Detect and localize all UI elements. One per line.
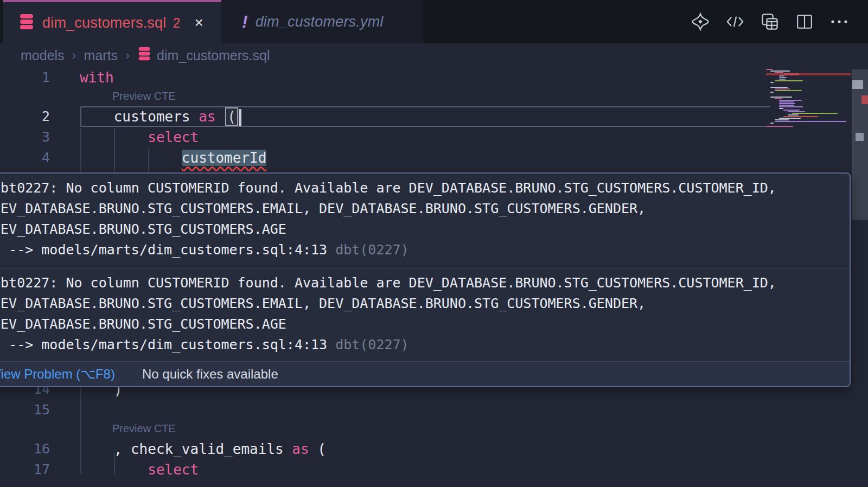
indent-guide <box>114 453 115 474</box>
code-line-1[interactable]: 1with <box>0 67 838 88</box>
code-icon[interactable] <box>726 12 744 31</box>
tab-bar: dim_customers.sql 2 × ! dim_customers.ym… <box>0 0 868 43</box>
scrollbar-thumb[interactable] <box>852 69 868 220</box>
line-number[interactable]: 1 <box>0 67 50 88</box>
token: select <box>148 462 199 478</box>
minimap-code-line <box>766 69 773 70</box>
error-message-block: dbt0227: No column CUSTOMERID found. Ava… <box>0 174 850 268</box>
dbt-logo-icon[interactable] <box>691 12 710 31</box>
minimap-code-line <box>779 75 784 76</box>
token: with <box>80 69 114 86</box>
minimap-code-line <box>792 113 838 114</box>
minimap-code-line <box>779 79 786 80</box>
token: as <box>292 441 317 457</box>
indent-guide <box>80 128 81 172</box>
code-text: , check_valid_emails as ( <box>80 439 326 459</box>
code-line-15[interactable]: 15 <box>0 400 838 420</box>
text-cursor <box>239 109 241 126</box>
code-lines-bottom: 14 )15Preview CTE16 , check_valid_emails… <box>0 379 838 480</box>
no-quick-fixes-label: No quick fixes available <box>142 367 278 382</box>
token <box>80 441 114 457</box>
minimap-code-line <box>775 88 790 89</box>
line-number[interactable]: 17 <box>0 459 50 480</box>
minimap-code-line <box>783 110 800 111</box>
chevron-right-icon: › <box>72 48 76 63</box>
split-editor-icon[interactable] <box>795 12 814 31</box>
minimap-code-line <box>779 100 802 101</box>
minimap-code-line <box>770 82 774 83</box>
minimap-code-line <box>775 121 846 122</box>
line-number[interactable]: 4 <box>0 148 50 168</box>
token <box>80 108 114 125</box>
chevron-right-icon: › <box>125 48 130 63</box>
minimap-code-line <box>775 90 802 91</box>
error-location-line: --> models/marts/dim_customers.sql:4:13 … <box>0 335 845 355</box>
code-line-16[interactable]: 16 , check_valid_emails as ( <box>0 439 838 459</box>
error-message-line: dbt0227: No column CUSTOMERID found. Ava… <box>0 178 845 198</box>
code-line-4[interactable]: 4 customerId <box>0 148 838 168</box>
minimap-code-line <box>779 105 794 106</box>
error-message-line: DEV_DATABASE.BRUNO.STG_CUSTOMERS.EMAIL, … <box>0 293 845 314</box>
code-line-2[interactable]: 2 customers as ( <box>0 106 838 127</box>
preview-cte-lens[interactable]: Preview CTE <box>112 420 176 439</box>
more-actions-icon[interactable] <box>830 12 848 31</box>
error-location-path: --> models/marts/dim_customers.sql:4:13 <box>0 242 335 258</box>
scrollbar-decoration-mark <box>856 133 864 141</box>
minimap-code-line <box>775 119 789 120</box>
code-text: customerId <box>80 148 266 168</box>
code-line-17[interactable]: 17 select <box>0 459 838 480</box>
token: , <box>114 441 131 457</box>
breadcrumb-item-models[interactable]: models <box>21 48 65 63</box>
tab-dim-customers-sql[interactable]: dim_customers.sql 2 × <box>3 0 221 43</box>
view-problem-link[interactable]: View Problem (⌥F8) <box>0 367 115 382</box>
minimap-code-line <box>775 80 803 81</box>
minimap-code-line <box>770 123 774 124</box>
database-icon <box>137 46 151 65</box>
minimap-code-line <box>788 114 799 116</box>
code-text: select <box>80 459 199 480</box>
token: customers <box>114 108 199 125</box>
error-message-line: dbt0227: No column CUSTOMERID found. Ava… <box>0 273 845 293</box>
token <box>80 150 182 166</box>
token: ( <box>317 441 326 457</box>
token: select <box>148 129 199 145</box>
minimap-code-line <box>770 87 788 88</box>
breadcrumb: models › marts › dim_customers.sql <box>0 43 868 67</box>
preview-cte-lens[interactable]: Preview CTE <box>112 88 176 106</box>
warning-icon: ! <box>242 12 248 32</box>
code-text: customers as ( <box>80 106 241 127</box>
minimap-code-line <box>779 101 794 102</box>
line-number[interactable]: 16 <box>0 439 50 459</box>
breadcrumb-item-marts[interactable]: marts <box>84 48 118 63</box>
error-message-block: dbt0227: No column CUSTOMERID found. Ava… <box>0 268 850 362</box>
vertical-scrollbar[interactable] <box>852 67 868 487</box>
error-token-customerId: customerId <box>182 150 267 166</box>
error-location-path: --> models/marts/dim_customers.sql:4:13 <box>0 337 335 353</box>
breadcrumb-item-file[interactable]: dim_customers.sql <box>157 48 270 63</box>
line-number[interactable]: 2 <box>0 106 50 127</box>
error-message-line: DEV_DATABASE.BRUNO.STG_CUSTOMERS.EMAIL, … <box>0 198 845 219</box>
minimap-code-line <box>779 118 801 119</box>
database-icon <box>18 13 35 33</box>
scrollbar-decoration-mark <box>861 95 868 104</box>
token: as <box>199 108 224 125</box>
code-lens-row: Preview CTE <box>0 420 838 439</box>
minimap-code-line <box>775 98 782 99</box>
copy-table-icon[interactable] <box>761 12 779 31</box>
indent-guide <box>114 128 115 172</box>
minimap[interactable] <box>760 67 852 168</box>
tab-dim-customers-yml[interactable]: ! dim_customers.yml <box>221 0 423 43</box>
close-icon[interactable]: × <box>191 14 206 31</box>
line-number[interactable]: 15 <box>0 400 50 420</box>
tab-label: dim_customers.yml <box>256 14 384 30</box>
minimap-code-line <box>779 103 795 104</box>
error-message-line: DEV_DATABASE.BRUNO.STG_CUSTOMERS.AGE <box>0 219 845 240</box>
minimap-code-line <box>770 92 774 93</box>
code-lines-top: 1withPreview CTE2 customers as (3 select… <box>0 67 838 168</box>
line-number[interactable]: 3 <box>0 127 50 148</box>
error-code: dbt(0227) <box>335 337 409 353</box>
matched-bracket: ( <box>225 107 238 126</box>
code-text: with <box>80 67 114 88</box>
code-line-3[interactable]: 3 select <box>0 127 838 148</box>
minimap-code-line <box>766 126 793 127</box>
